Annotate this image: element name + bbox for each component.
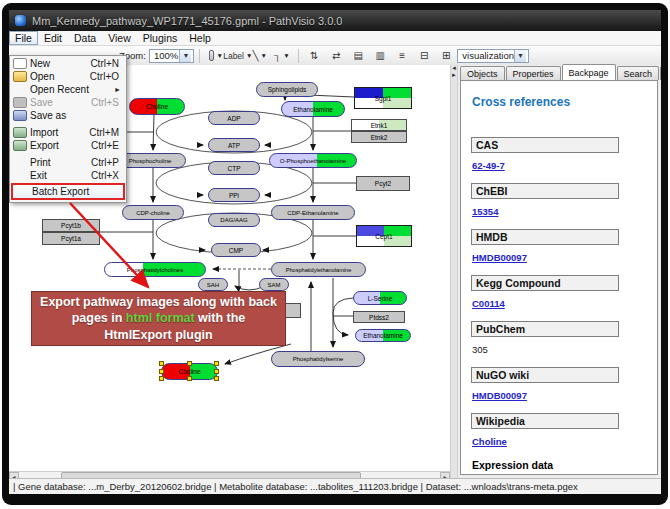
- node-etnk2[interactable]: Etnk2: [351, 131, 407, 143]
- menu-file[interactable]: File: [9, 31, 38, 45]
- node-label: Phosphatidylethanolamine: [272, 263, 365, 276]
- crossref-link[interactable]: HMDB00097: [472, 252, 527, 263]
- title-bar[interactable]: Mm_Kennedy_pathway_WP1771_45176.gpml - P…: [9, 10, 661, 31]
- node-etnk1[interactable]: Etnk1: [351, 119, 407, 131]
- zoom-combobox[interactable]: 100% ▼: [149, 49, 194, 63]
- file-menu-item-batch-export[interactable]: Batch Export: [11, 183, 125, 200]
- stack-vertical-icon[interactable]: ≡: [392, 47, 412, 64]
- node-choline-top[interactable]: Choline: [129, 98, 185, 115]
- node-label: Etnk1: [352, 120, 406, 130]
- label-button-text: Label: [223, 51, 244, 61]
- crossref-link[interactable]: 62-49-7: [472, 160, 505, 171]
- chevron-down-icon[interactable]: ▼: [283, 52, 289, 59]
- menu-item-label: New: [30, 58, 90, 69]
- node-label: Phosphatidylcholines: [105, 263, 205, 276]
- selection-handle[interactable]: [187, 376, 192, 381]
- selection-handle[interactable]: [187, 361, 192, 366]
- menu-edit[interactable]: Edit: [38, 31, 68, 45]
- node-label: CDP-Ethanolamine: [272, 206, 354, 219]
- node-sam[interactable]: SAM: [259, 278, 289, 291]
- node-adp[interactable]: ADP: [208, 111, 260, 125]
- menu-item-label: Open Recent: [30, 84, 114, 95]
- node-ethanolamine-top[interactable]: Ethanolamine: [281, 101, 345, 117]
- menu-plugins[interactable]: Plugins: [137, 31, 183, 45]
- file-menu-item-import[interactable]: ImportCtrl+M: [11, 126, 125, 139]
- selection-handle[interactable]: [159, 361, 164, 366]
- node-sgpl1[interactable]: Sgpl1: [354, 87, 412, 109]
- node-pcyt1a[interactable]: Pcyt1a: [42, 232, 100, 245]
- chevron-down-icon[interactable]: ▼: [514, 50, 526, 62]
- menu-data[interactable]: Data: [68, 31, 102, 45]
- file-menu-item-save-as[interactable]: Save as: [11, 109, 125, 122]
- label-button[interactable]: Label▼: [228, 47, 248, 64]
- chevron-down-icon[interactable]: ▼: [179, 50, 191, 62]
- group-icon[interactable]: ⊞: [436, 47, 456, 64]
- node-label: Ethanolamine: [356, 330, 410, 341]
- selection-handle[interactable]: [214, 361, 219, 366]
- node-cept1[interactable]: Cept1: [356, 225, 412, 247]
- tab-objects[interactable]: Objects: [460, 66, 505, 80]
- node-ptdss2[interactable]: Ptdss2: [353, 311, 405, 323]
- file-menu-item-open-recent[interactable]: Open Recent►: [11, 83, 125, 96]
- crossref-link[interactable]: 15354: [472, 206, 498, 217]
- node-phosphatidylserine[interactable]: Phosphatidylserine: [271, 351, 365, 367]
- selection-handle[interactable]: [214, 376, 219, 381]
- file-menu-item-open[interactable]: OpenCtrl+O: [11, 70, 125, 83]
- align-center-vertical-icon[interactable]: ⇅: [304, 47, 324, 64]
- saveas-icon: [13, 110, 27, 121]
- node-pemt-stub[interactable]: [284, 303, 301, 318]
- node-cdp-ethanolamine[interactable]: CDP-Ethanolamine: [271, 205, 355, 220]
- splitter-divider[interactable]: ◄ ►: [450, 65, 458, 478]
- node-phosphatidylethanolamine[interactable]: Phosphatidylethanolamine: [271, 262, 366, 277]
- node-atp[interactable]: ATP: [208, 138, 260, 152]
- stack-horizontal-icon[interactable]: ⊟: [414, 47, 434, 64]
- chevron-down-icon[interactable]: ▼: [261, 52, 267, 59]
- tab-properties[interactable]: Properties: [506, 66, 561, 80]
- menu-item-label: Batch Export: [32, 186, 123, 197]
- node-cdp-choline[interactable]: CDP-choline: [122, 205, 184, 220]
- node-ppi[interactable]: PPi: [208, 188, 260, 202]
- export-icon: [13, 140, 27, 151]
- menu-view[interactable]: View: [102, 31, 137, 45]
- chevron-down-icon[interactable]: ▼: [216, 52, 222, 59]
- node-ethanolamine-bottom[interactable]: Ethanolamine: [355, 329, 411, 342]
- file-menu-item-exit[interactable]: ExitCtrl+X: [11, 169, 125, 182]
- visualization-combobox[interactable]: visualization ▼: [457, 49, 529, 63]
- collapse-right-icon[interactable]: ►: [451, 72, 457, 79]
- file-menu-item-new[interactable]: NewCtrl+N: [11, 57, 125, 70]
- selection-handle[interactable]: [159, 376, 164, 381]
- align-center-horizontal-icon[interactable]: ⇄: [326, 47, 346, 64]
- node-choline-bottom[interactable]: Choline: [161, 363, 218, 380]
- tab-search[interactable]: Search: [617, 66, 660, 80]
- crossref-link[interactable]: C00114: [472, 298, 505, 309]
- node-sphingolipids[interactable]: Sphingolipids: [256, 82, 318, 97]
- app-client-area: FileEditDataViewPluginsHelp Zoom: 100% ▼…: [9, 31, 661, 494]
- menu-help[interactable]: Help: [183, 31, 217, 45]
- line-button[interactable]: ╲▼: [250, 47, 270, 64]
- node-sah[interactable]: SAH: [198, 278, 228, 291]
- node-phosphatidylcholines[interactable]: Phosphatidylcholines: [104, 262, 206, 277]
- file-menu-item-export[interactable]: ExportCtrl+E: [11, 139, 125, 152]
- selection-handle[interactable]: [214, 369, 219, 374]
- selection-handle[interactable]: [159, 369, 164, 374]
- file-menu-item-save[interactable]: SaveCtrl+S: [11, 96, 125, 109]
- tab-backpage[interactable]: Backpage: [562, 64, 616, 80]
- node-label: Ethanolamine: [282, 102, 344, 116]
- node-dag-aag[interactable]: DAG/AAG: [208, 213, 260, 227]
- menu-item-label: Print: [30, 157, 91, 168]
- common-height-icon[interactable]: ▥: [370, 47, 390, 64]
- collapse-left-icon[interactable]: ◄: [451, 65, 457, 72]
- crossref-link[interactable]: Choline: [472, 436, 507, 447]
- connector-button[interactable]: ┐▼: [272, 47, 292, 64]
- file-menu-item-print[interactable]: PrintCtrl+P: [11, 156, 125, 169]
- common-width-icon[interactable]: ▤: [348, 47, 368, 64]
- node-o-phosphoethanolamine[interactable]: O-Phosphoethanolamine: [269, 153, 357, 168]
- crossref-link[interactable]: HMDB00097: [472, 390, 527, 401]
- menu-item-label: Open: [30, 71, 90, 82]
- node-l-serine[interactable]: L-Serine: [353, 291, 407, 305]
- node-pcyt1b[interactable]: Pcyt1b: [42, 219, 100, 232]
- node-cmp[interactable]: CMP: [211, 243, 261, 257]
- node-ctp[interactable]: CTP: [208, 161, 260, 175]
- tab-legend[interactable]: Legend: [660, 66, 661, 80]
- node-pcyt2[interactable]: Pcyt2: [356, 176, 410, 191]
